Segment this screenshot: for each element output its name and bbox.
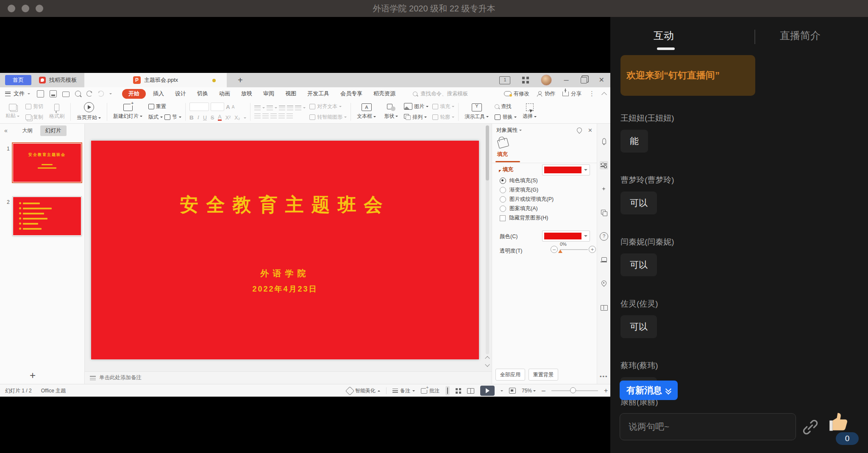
- indent-decrease-icon[interactable]: [279, 106, 285, 110]
- fill-tab[interactable]: 填充: [497, 151, 508, 158]
- pattern-fill-radio[interactable]: 图案填充(A): [500, 205, 538, 212]
- previous-slide-icon[interactable]: [485, 356, 490, 360]
- text-box-button[interactable]: 文本框: [355, 103, 378, 120]
- normal-view-button[interactable]: [445, 386, 450, 395]
- zoom-slider[interactable]: [551, 390, 598, 391]
- find-button[interactable]: 查找: [495, 103, 517, 110]
- add-slide-button[interactable]: +: [30, 370, 36, 381]
- file-menu[interactable]: 文件: [5, 90, 30, 97]
- slide-title[interactable]: 安全教育主题班会: [91, 192, 479, 217]
- zoom-level[interactable]: 75%: [522, 388, 536, 394]
- fit-to-window-icon[interactable]: [509, 388, 516, 394]
- more-options-icon[interactable]: [589, 90, 595, 97]
- bold-button[interactable]: B: [189, 114, 194, 121]
- transparency-increase-button[interactable]: +: [589, 246, 596, 253]
- ribbon-tab-slideshow[interactable]: 放映: [236, 90, 258, 97]
- scrollbar-thumb[interactable]: [486, 125, 489, 181]
- reading-view-icon[interactable]: [467, 388, 474, 394]
- paste-button[interactable]: 粘贴: [3, 104, 22, 120]
- ribbon-tab-animation[interactable]: 动画: [214, 90, 236, 97]
- link-icon[interactable]: [801, 418, 820, 436]
- new-slide-button[interactable]: 新建幻灯片: [111, 104, 145, 120]
- font-size-select[interactable]: [211, 103, 224, 111]
- list-indent-controls[interactable]: [254, 106, 306, 110]
- line-spacing-icon[interactable]: [295, 106, 301, 110]
- fill-button[interactable]: 填充: [432, 103, 454, 110]
- font-name-select[interactable]: [189, 103, 209, 111]
- save-icon[interactable]: [50, 90, 57, 97]
- reset-background-button[interactable]: 重置背景: [529, 369, 558, 381]
- slide-organization[interactable]: 外语学院: [91, 268, 479, 279]
- superscript-button[interactable]: X²: [225, 115, 231, 121]
- font-controls[interactable]: AA: [189, 103, 246, 111]
- align-text-button[interactable]: 对齐文本: [309, 103, 347, 110]
- comments-button[interactable]: 批注: [421, 387, 440, 395]
- ribbon-tab-review[interactable]: 审阅: [258, 90, 280, 97]
- ribbon-tab-devtools[interactable]: 开发工具: [302, 90, 335, 97]
- solid-fill-radio[interactable]: 纯色填充(S): [500, 177, 538, 184]
- slide-1-thumbnail[interactable]: 安全教育主题班会: [13, 143, 81, 182]
- apps-grid-icon[interactable]: [522, 77, 529, 83]
- modified-status[interactable]: 有修改: [504, 90, 530, 97]
- slide-editor[interactable]: 安全教育主题班会 外语学院 2022年4月23日: [91, 141, 479, 359]
- command-search[interactable]: 查找命令、搜索模板: [413, 90, 468, 97]
- fill-section-header[interactable]: 填充: [497, 166, 513, 173]
- tab-docer[interactable]: 找稻壳模板: [31, 73, 84, 87]
- user-avatar[interactable]: [541, 75, 552, 86]
- hide-background-checkbox[interactable]: 隐藏背景图形(H): [500, 214, 548, 222]
- distribute-icon[interactable]: [287, 114, 293, 118]
- redo-icon[interactable]: [98, 91, 104, 97]
- notes-toggle-button[interactable]: 备注: [392, 387, 415, 395]
- slideshow-play-button[interactable]: [480, 386, 495, 396]
- slide-sorter-view-icon[interactable]: [456, 388, 461, 394]
- arrange-button[interactable]: 排列: [404, 114, 428, 121]
- canvas-scrollbar[interactable]: [486, 125, 489, 354]
- apply-all-button[interactable]: 全部应用: [495, 369, 525, 381]
- italic-button[interactable]: I: [198, 114, 199, 121]
- font-color-button[interactable]: A: [218, 115, 221, 121]
- theme-name[interactable]: Office 主题: [41, 387, 66, 395]
- close-icon[interactable]: [599, 77, 604, 83]
- tab-document[interactable]: 主题班会.pptx: [84, 73, 227, 87]
- more-icons-button[interactable]: •••: [600, 373, 608, 380]
- new-messages-button[interactable]: 有新消息: [620, 381, 678, 400]
- align-center-icon[interactable]: [262, 114, 269, 118]
- next-slide-icon[interactable]: [485, 362, 490, 366]
- present-tools-button[interactable]: 演示工具: [462, 103, 491, 120]
- number-list-icon[interactable]: [267, 106, 273, 110]
- new-file-icon[interactable]: [37, 90, 44, 97]
- chat-input-box[interactable]: [620, 413, 796, 440]
- replace-button[interactable]: 替换: [495, 114, 517, 121]
- thumbs-up-button[interactable]: [825, 409, 850, 435]
- picture-fill-radio[interactable]: 图片或纹理填充(P): [500, 196, 554, 203]
- close-panel-icon[interactable]: [588, 127, 593, 133]
- copy-button[interactable]: 复制: [25, 114, 43, 121]
- select-button[interactable]: 选择: [520, 103, 539, 120]
- smart-graphic-button[interactable]: 转智能图形: [309, 114, 347, 121]
- ribbon-tab-transition[interactable]: 切换: [192, 90, 214, 97]
- ribbon-tab-design[interactable]: 设计: [170, 90, 192, 97]
- subscript-button[interactable]: X₂: [234, 115, 240, 121]
- undo-icon[interactable]: [86, 91, 92, 97]
- ribbon-tab-view[interactable]: 视图: [280, 90, 302, 97]
- transparency-slider[interactable]: [560, 249, 588, 250]
- ribbon-tab-insert[interactable]: 插入: [147, 90, 170, 97]
- reference-icon[interactable]: [600, 303, 608, 312]
- zoom-out-button[interactable]: [542, 387, 545, 395]
- slide-date[interactable]: 2022年4月23日: [91, 284, 479, 294]
- play-options-icon[interactable]: [501, 390, 503, 393]
- new-tab-button[interactable]: +: [238, 75, 243, 85]
- transparency-decrease-button[interactable]: –: [551, 246, 558, 253]
- share-button[interactable]: 分享: [562, 90, 581, 97]
- effects-icon[interactable]: [600, 185, 608, 193]
- format-painter-button[interactable]: 格式刷: [47, 104, 67, 120]
- collaborate-button[interactable]: 协作: [537, 90, 555, 97]
- ribbon-tab-home[interactable]: 开始: [122, 89, 146, 99]
- outline-button[interactable]: 轮廓: [432, 114, 454, 121]
- chevron-down-icon[interactable]: [109, 93, 112, 96]
- tab-slides[interactable]: 幻灯片: [40, 125, 67, 136]
- picture-button[interactable]: 图片: [404, 103, 428, 110]
- ribbon-tab-member[interactable]: 会员专享: [335, 90, 368, 97]
- strikethrough-button[interactable]: S: [211, 115, 214, 121]
- transparency-slider-marker[interactable]: [558, 247, 562, 253]
